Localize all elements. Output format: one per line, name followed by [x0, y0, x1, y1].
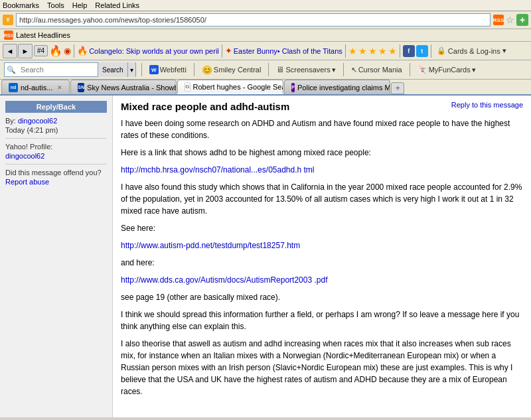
screensavers-link[interactable]: 🖥 Screensavers ▾	[274, 64, 337, 76]
search-sep-3	[268, 63, 269, 76]
star3: ★	[368, 46, 377, 56]
menu-tools[interactable]: Tools	[47, 1, 64, 9]
star-icon[interactable]: ☆	[506, 15, 514, 25]
report-abuse-link[interactable]: Report abuse	[5, 178, 49, 186]
star1: ★	[348, 46, 357, 56]
forward-button[interactable]: ►	[18, 44, 33, 58]
new-tab-button[interactable]: +	[391, 82, 404, 94]
star2: ★	[358, 46, 367, 56]
smiley-icon: 😊	[202, 65, 212, 75]
rss-icon: RSS	[493, 15, 504, 25]
fire-icon-1[interactable]: 🔥	[49, 44, 62, 57]
search-input[interactable]	[18, 64, 98, 75]
cursor-label: Cursor Mania	[358, 66, 402, 74]
green-plus-icon[interactable]: +	[516, 14, 528, 26]
para-1: Here is a link that shows adhd to be hig…	[121, 147, 523, 159]
menu-related-links[interactable]: Related Links	[95, 1, 139, 9]
star5: ★	[388, 46, 397, 56]
fire-icon-2: 🔥	[77, 46, 88, 56]
search-sep-1	[141, 63, 142, 76]
cards-label: MyFunCards	[429, 66, 471, 74]
menu-help[interactable]: Help	[72, 1, 88, 9]
twitter-icon[interactable]: t	[416, 45, 428, 57]
search-dropdown-button[interactable]: ▾	[127, 62, 135, 77]
para-8: see page 19 (other are basically mixed r…	[121, 291, 523, 303]
webfetti-link[interactable]: W Webfetti	[147, 64, 189, 76]
webfetti-icon: W	[149, 65, 159, 74]
menu-bar: Bookmarks Tools Help Related Links	[0, 0, 531, 11]
latest-headlines-bar: RSS Latest Headlines	[0, 29, 531, 42]
content-area: Reply/Back By: dingocool62 Today (4:21 p…	[0, 96, 531, 417]
para-0: I have been doing some research on ADHD …	[121, 117, 523, 141]
address-icons: RSS ☆ +	[493, 14, 528, 26]
myfuncards-link[interactable]: 🃏 MyFunCards ▾	[416, 64, 478, 76]
hash-button[interactable]: #4	[34, 45, 48, 56]
divider-1	[5, 138, 107, 139]
cards-login-label: Cards & Log-ins	[448, 47, 500, 55]
tab-google-label: Robert hughes - Google Search	[193, 83, 284, 91]
link-1[interactable]: http://mchb.hrsa.gov/nsch07/national...e…	[121, 165, 315, 175]
reply-link[interactable]: Reply to this message	[451, 101, 523, 109]
nav-arrows: ◄ ►	[3, 44, 33, 58]
screensavers-label: Screensavers	[285, 66, 330, 74]
para-3: I have also found this study which shows…	[121, 181, 523, 217]
search-sep-2	[194, 63, 194, 76]
tab-icon-police: P	[291, 83, 295, 92]
para-4: See here:	[121, 222, 523, 234]
tab-police[interactable]: P Police investigating claims Max Mar...…	[284, 80, 390, 94]
back-button[interactable]: ◄	[3, 44, 17, 58]
tab-adhd[interactable]: nd nd-autis... ✕	[1, 80, 70, 94]
profile-name-link[interactable]: dingocool62	[5, 152, 44, 160]
address-input[interactable]	[16, 13, 491, 27]
tab-icon-adhd: nd	[9, 83, 18, 92]
cards-dropdown-icon: ▾	[502, 46, 506, 55]
star4: ★	[378, 46, 387, 56]
by-text: By:	[5, 117, 16, 125]
facebook-icon[interactable]: f	[403, 45, 415, 57]
tab-google[interactable]: G Robert hughes - Google Search ✕	[177, 80, 283, 94]
yahoo-icon: Y	[3, 15, 13, 25]
divider-2	[5, 164, 107, 165]
profile-link: dingocool62	[5, 152, 107, 160]
cursor-mania-link[interactable]: ↖ Cursor Mania	[349, 64, 404, 76]
tab-police-label: Police investigating claims Max Mar...	[297, 84, 390, 92]
separator-3	[345, 44, 346, 58]
latest-headlines-label[interactable]: Latest Headlines	[16, 31, 70, 39]
cards-icon: 🃏	[417, 65, 427, 74]
tab-adhd-close[interactable]: ✕	[57, 84, 62, 91]
menu-bookmarks[interactable]: Bookmarks	[3, 1, 39, 9]
para-9: I think we should spread this informatio…	[121, 309, 523, 332]
search-sep-5	[410, 63, 410, 76]
search-button[interactable]: Search	[98, 62, 127, 77]
smiley-label: Smiley Central	[214, 66, 262, 74]
para-10: I also theorise that aswell as autism an…	[121, 338, 523, 397]
separator-5	[431, 44, 431, 58]
rss-small-icon: RSS	[4, 31, 13, 40]
tabs-row: nd nd-autis... ✕ SN Sky News Australia -…	[0, 80, 531, 96]
profile-label: Yahoo! Profile:	[5, 143, 107, 151]
tab-sky[interactable]: SN Sky News Australia - Showbiz Article …	[70, 80, 177, 94]
colangelo-link[interactable]: Colangelo: Skip worlds at your own peril	[89, 47, 219, 55]
easter-bunny-link[interactable]: Easter Bunny• Clash of the Titans	[234, 47, 342, 55]
para-2: http://mchb.hrsa.gov/nsch07/national...e…	[121, 164, 523, 176]
circle-icon[interactable]: ◉	[64, 46, 71, 56]
tab-sky-label: Sky News Australia - Showbiz Article	[87, 84, 177, 92]
para-6: and here:	[121, 257, 523, 269]
link-2[interactable]: http://www.autism-pdd.net/testdump/test1…	[121, 241, 300, 250]
left-panel-nav: Reply/Back	[5, 101, 107, 113]
tab-icon-google: G	[185, 82, 190, 92]
author-link[interactable]: dingocool62	[18, 117, 57, 125]
link-3[interactable]: http://www.dds.ca.gov/Autism/docs/Autism…	[121, 275, 327, 285]
cards-login-btn[interactable]: 🔒 Cards & Log-ins ▾	[434, 45, 509, 56]
address-bar-row: Y RSS ☆ +	[0, 11, 531, 29]
by-label: By: dingocool62	[5, 117, 107, 125]
screensavers-icon: 🖥	[276, 65, 284, 74]
left-panel: Reply/Back By: dingocool62 Today (4:21 p…	[0, 96, 113, 417]
smiley-central-link[interactable]: 😊 Smiley Central	[200, 64, 264, 76]
para-5: http://www.autism-pdd.net/testdump/test1…	[121, 240, 523, 251]
message-header: Mixed race people and adhd-autism Reply …	[121, 101, 523, 112]
search-sep-4	[343, 63, 344, 76]
message-title: Mixed race people and adhd-autism	[121, 101, 289, 112]
para-7: http://www.dds.ca.gov/Autism/docs/Autism…	[121, 274, 523, 286]
cards-link-dropdown-icon: ▾	[472, 66, 476, 74]
